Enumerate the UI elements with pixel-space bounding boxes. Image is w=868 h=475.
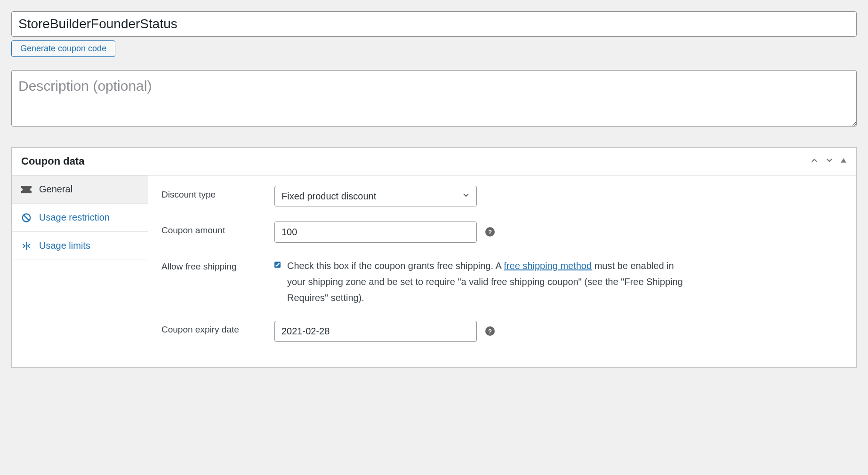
panel-move-up-icon[interactable]: [810, 156, 819, 167]
description-textarea[interactable]: [11, 70, 857, 127]
generate-coupon-code-button[interactable]: Generate coupon code: [11, 40, 115, 57]
free-shipping-description: Check this box if the coupon grants free…: [287, 258, 689, 306]
coupon-data-panel: Coupon data General: [11, 147, 857, 368]
coupon-expiry-date-label: Coupon expiry date: [161, 321, 274, 335]
free-shipping-method-link[interactable]: free shipping method: [504, 261, 592, 271]
panel-header: Coupon data: [12, 148, 856, 175]
svg-marker-0: [841, 158, 846, 162]
tab-label: Usage restriction: [39, 212, 110, 223]
panel-body: General Usage restriction Usage limits D…: [12, 175, 856, 367]
coupon-expiry-date-input[interactable]: [274, 321, 477, 342]
discount-type-select[interactable]: Fixed product discount: [274, 186, 477, 206]
allow-free-shipping-label: Allow free shipping: [161, 258, 274, 272]
svg-line-2: [24, 215, 29, 221]
ban-icon: [21, 213, 32, 223]
tab-usage-restriction[interactable]: Usage restriction: [12, 204, 148, 232]
tab-label: Usage limits: [39, 240, 90, 251]
help-icon[interactable]: ?: [485, 326, 495, 336]
panel-controls: [810, 156, 847, 167]
allow-free-shipping-checkbox[interactable]: [274, 260, 281, 270]
panel-toggle-icon[interactable]: [840, 156, 847, 167]
help-icon[interactable]: ?: [485, 227, 495, 237]
ticket-icon: [21, 184, 32, 195]
tabs-sidebar: General Usage restriction Usage limits: [12, 175, 148, 367]
tab-usage-limits[interactable]: Usage limits: [12, 232, 148, 260]
coupon-amount-input[interactable]: [274, 222, 477, 243]
coupon-amount-label: Coupon amount: [161, 222, 274, 236]
tab-general[interactable]: General: [12, 175, 148, 204]
arrows-collapse-icon: [21, 241, 32, 251]
discount-type-label: Discount type: [161, 186, 274, 200]
coupon-title-input[interactable]: [11, 11, 857, 37]
form-area: Discount type Fixed product discount Cou…: [148, 175, 856, 367]
panel-title: Coupon data: [21, 155, 84, 167]
panel-move-down-icon[interactable]: [825, 156, 834, 167]
tab-label: General: [39, 184, 72, 195]
